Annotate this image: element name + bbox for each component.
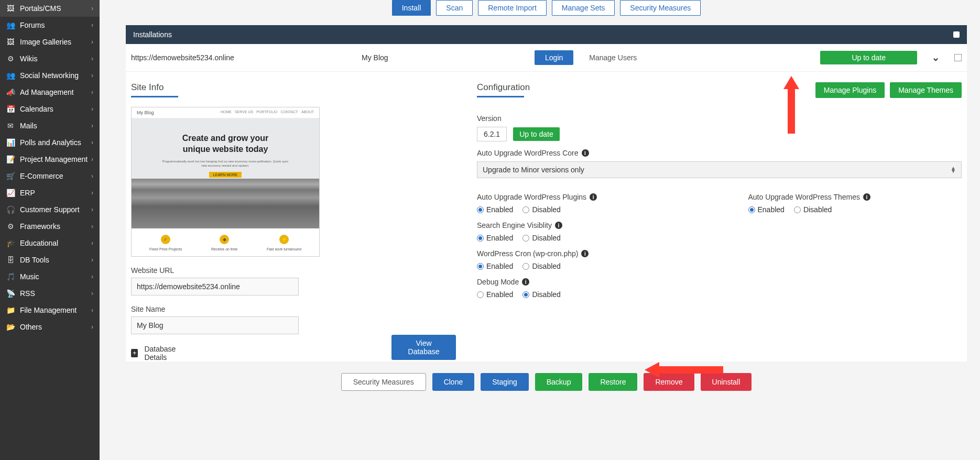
sidebar-item-social[interactable]: 👥Social Networking› — [0, 67, 100, 84]
tab-scan[interactable]: Scan — [436, 0, 473, 16]
restore-button[interactable]: Restore — [589, 373, 637, 391]
chevron-right-icon: › — [91, 89, 93, 96]
sidebar-item-filemgmt[interactable]: 📁File Management› — [0, 302, 100, 319]
tab-remote-import[interactable]: Remote Import — [478, 0, 547, 16]
info-icon[interactable]: i — [582, 149, 589, 157]
site-name-label: Site Name — [131, 305, 456, 313]
mail-icon: ✉ — [6, 122, 15, 130]
manage-plugins-button[interactable]: Manage Plugins — [815, 82, 885, 98]
info-icon[interactable]: i — [555, 222, 562, 229]
chevron-right-icon: › — [91, 172, 93, 180]
install-url[interactable]: https://demowebsite5234.online — [131, 53, 351, 62]
sidebar-item-galleries[interactable]: 🖼Image Galleries› — [0, 34, 100, 50]
plus-icon[interactable]: + — [131, 349, 138, 357]
auto-themes-label: Auto Upgrade WordPress Themesi — [748, 193, 962, 201]
info-icon[interactable]: i — [590, 193, 597, 201]
sidebar-item-music[interactable]: 🎵Music› — [0, 268, 100, 285]
row-checkbox[interactable] — [954, 54, 962, 61]
info-icon[interactable]: i — [581, 250, 589, 257]
sidebar-item-polls[interactable]: 📊Polls and Analytics› — [0, 134, 100, 151]
chevron-right-icon: › — [91, 5, 93, 12]
chevron-right-icon: › — [91, 273, 93, 280]
top-tabs: Install Scan Remote Import Manage Sets S… — [126, 0, 967, 16]
chevron-down-icon[interactable]: ⌄ — [928, 52, 944, 63]
security-measures-button[interactable]: Security Measures — [341, 373, 426, 391]
debug-disabled-radio[interactable]: Disabled — [522, 290, 560, 299]
install-name: My Blog — [362, 53, 524, 62]
chevron-right-icon: › — [91, 239, 93, 247]
plugins-enabled-radio[interactable]: Enabled — [477, 205, 513, 214]
configuration-title: Configuration — [477, 82, 530, 93]
sidebar-item-frameworks[interactable]: ⚙Frameworks› — [0, 218, 100, 235]
sidebar-item-dbtools[interactable]: 🗄DB Tools› — [0, 251, 100, 268]
sidebar-item-others[interactable]: 📂Others› — [0, 319, 100, 335]
version-status-badge: Up to date — [513, 127, 560, 141]
website-url-input[interactable] — [131, 278, 299, 295]
gear-icon: ⚙ — [6, 54, 15, 63]
sidebar-item-project[interactable]: 📝Project Management› — [0, 151, 100, 168]
chevron-right-icon: › — [91, 105, 93, 113]
sev-disabled-radio[interactable]: Disabled — [522, 234, 560, 242]
info-icon[interactable]: i — [863, 193, 870, 201]
folder-icon: 📂 — [6, 323, 15, 331]
plugins-disabled-radio[interactable]: Disabled — [522, 205, 560, 214]
panel-title: Installations — [133, 30, 172, 39]
chevron-right-icon: › — [91, 72, 93, 79]
underline — [477, 96, 524, 97]
sidebar-item-support[interactable]: 🎧Customer Support› — [0, 201, 100, 218]
sidebar-item-forums[interactable]: 👥Forums› — [0, 17, 100, 34]
chevron-right-icon: › — [91, 139, 93, 146]
diamond-icon: ◆ — [220, 235, 229, 244]
cron-enabled-radio[interactable]: Enabled — [477, 262, 513, 270]
sidebar-item-portals[interactable]: 🖼Portals/CMS› — [0, 0, 100, 17]
themes-enabled-radio[interactable]: Enabled — [748, 205, 785, 214]
chevron-right-icon: › — [91, 290, 93, 297]
debug-enabled-radio[interactable]: Enabled — [477, 290, 513, 299]
main-content: Install Scan Remote Import Manage Sets S… — [100, 0, 980, 460]
select-all-checkbox[interactable] — [953, 31, 960, 38]
sidebar-item-wikis[interactable]: ⚙Wikis› — [0, 50, 100, 67]
tab-security-measures[interactable]: Security Measures — [620, 0, 701, 16]
login-button[interactable]: Login — [535, 50, 573, 65]
manage-themes-button[interactable]: Manage Themes — [890, 82, 962, 98]
sidebar-item-erp[interactable]: 📈ERP› — [0, 184, 100, 201]
chevron-right-icon: › — [91, 306, 93, 314]
preview-blog-title: My Blog — [137, 110, 154, 115]
tab-manage-sets[interactable]: Manage Sets — [552, 0, 615, 16]
debug-label: Debug Modei — [477, 278, 962, 286]
tab-install[interactable]: Install — [392, 0, 431, 16]
underline — [131, 96, 178, 97]
bolt-icon: ⚡ — [279, 235, 289, 244]
sidebar-item-educational[interactable]: 🎓Educational› — [0, 235, 100, 251]
cron-disabled-radio[interactable]: Disabled — [522, 262, 560, 270]
chevron-right-icon: › — [91, 156, 93, 163]
info-icon[interactable]: i — [522, 278, 529, 286]
clone-button[interactable]: Clone — [432, 373, 475, 391]
sidebar-item-mails[interactable]: ✉Mails› — [0, 117, 100, 134]
uninstall-button[interactable]: Uninstall — [701, 373, 752, 391]
sidebar-item-rss[interactable]: 📡RSS› — [0, 285, 100, 302]
view-database-button[interactable]: View Database — [391, 335, 456, 360]
chevron-right-icon: › — [91, 223, 93, 230]
database-details-label[interactable]: Database Details — [144, 345, 191, 362]
site-preview[interactable]: My Blog HOMESERVE USPORTFOLIOCONTACTABOU… — [131, 107, 320, 257]
backup-button[interactable]: Backup — [535, 373, 583, 391]
sidebar-item-ecommerce[interactable]: 🛒E-Commerce› — [0, 168, 100, 184]
sidebar-item-ad[interactable]: 📣Ad Management› — [0, 84, 100, 101]
themes-disabled-radio[interactable]: Disabled — [794, 205, 832, 214]
staging-button[interactable]: Staging — [481, 373, 528, 391]
graduation-icon: 🎓 — [6, 239, 15, 247]
gear-icon: ⚙ — [6, 222, 15, 231]
sev-enabled-radio[interactable]: Enabled — [477, 234, 513, 242]
installations-header: Installations — [126, 25, 967, 44]
preview-cta: LEARN MORE — [209, 172, 242, 178]
sidebar-item-calendars[interactable]: 📅Calendars› — [0, 101, 100, 117]
remove-button[interactable]: Remove — [644, 373, 694, 391]
installation-details: Site Info My Blog HOMESERVE USPORTFOLIOC… — [126, 72, 967, 362]
manage-users-link[interactable]: Manage Users — [589, 53, 637, 62]
cart-icon: 🛒 — [6, 172, 15, 180]
chevron-right-icon: › — [91, 38, 93, 46]
chevron-right-icon: › — [91, 206, 93, 213]
site-name-input[interactable] — [131, 316, 299, 334]
auto-core-select[interactable]: Upgrade to Minor versions only▲▼ — [477, 161, 962, 178]
